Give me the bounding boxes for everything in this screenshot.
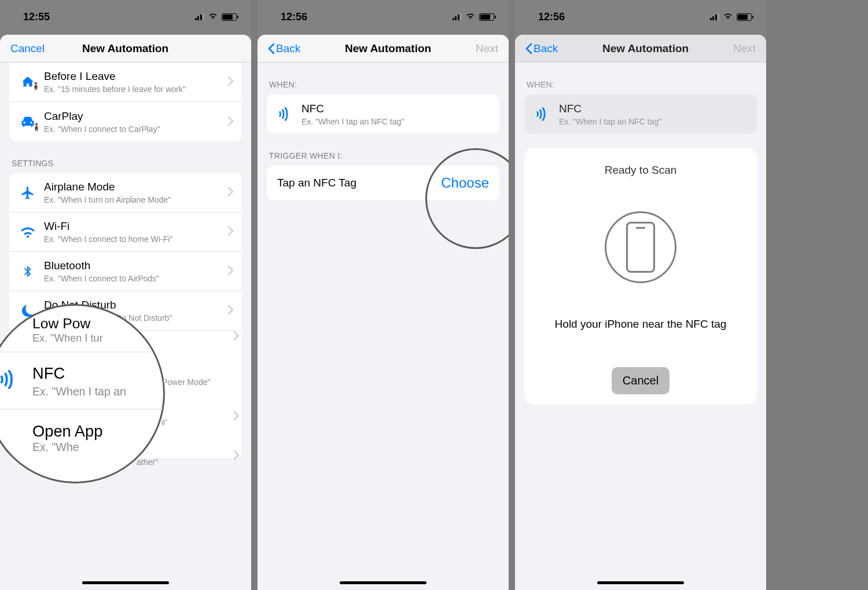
page-title: New Automation — [82, 42, 168, 55]
row-subtitle: Ex. "15 minutes before I leave for work" — [44, 85, 225, 94]
phone-screen-1: 12:55 Cancel New Automation Before I Lea… — [0, 0, 251, 590]
status-time: 12:56 — [281, 11, 307, 23]
row-title: Wi-Fi — [44, 220, 225, 233]
settings-row-do-not-disturb[interactable]: Do Not DisturbEx. "When I turn off Do No… — [9, 291, 242, 331]
status-time: 12:55 — [23, 11, 50, 23]
row-subtitle: Ex. "When I connect to home Wi-Fi" — [44, 234, 225, 244]
trigger-row-before-i-leave[interactable]: Before I Leave Ex. "15 minutes before I … — [9, 63, 242, 102]
signal-icon — [453, 13, 462, 20]
row-title: Before I Leave — [44, 70, 225, 83]
chevron-right-icon — [228, 75, 234, 89]
page-title: New Automation — [345, 42, 431, 55]
cancel-button[interactable]: Cancel — [10, 42, 45, 55]
page-title: New Automation — [602, 42, 689, 55]
home-indicator[interactable] — [340, 581, 426, 584]
scan-title: Ready to Scan — [605, 164, 677, 177]
row-subtitle: Ex. "When I turn on Airplane Mode" — [44, 195, 225, 204]
chevron-right-icon — [234, 450, 240, 462]
wifi-status-icon — [465, 11, 476, 23]
settings-row-bluetooth[interactable]: BluetoothEx. "When I connect to AirPods" — [9, 252, 242, 291]
moon-icon — [17, 304, 38, 318]
scan-message: Hold your iPhone near the NFC tag — [555, 318, 727, 331]
nav-bar: Cancel New Automation — [0, 35, 251, 63]
row-subtitle: Ex. "When I connect to AirPods" — [44, 274, 225, 283]
settings-row-wifi[interactable]: Wi-FiEx. "When I connect to home Wi-Fi" — [9, 212, 242, 252]
battery-icon — [479, 13, 494, 21]
chevron-right-icon — [234, 331, 240, 343]
wifi-status-icon — [723, 11, 733, 23]
airplane-icon — [17, 185, 38, 200]
status-bar: 12:56 — [258, 0, 509, 34]
row-subtitle: Ex. "When I tap an NFC tag" — [559, 117, 749, 126]
car-icon — [17, 113, 38, 130]
bluetooth-icon — [17, 264, 38, 279]
wifi-icon — [17, 225, 38, 240]
when-header: WHEN: — [258, 63, 509, 94]
nfc-scan-sheet: Ready to Scan Hold your iPhone near the … — [524, 148, 757, 405]
when-header: WHEN: — [515, 63, 766, 94]
next-button: Next — [733, 42, 756, 55]
home-leave-icon — [17, 75, 38, 90]
tail-lowpower: Power Mode" — [162, 378, 211, 387]
chevron-right-icon — [234, 411, 240, 423]
status-icons — [710, 11, 752, 23]
wifi-status-icon — [208, 11, 218, 23]
status-bar: 12:56 — [515, 0, 766, 34]
chevron-right-icon — [228, 304, 234, 317]
signal-icon — [195, 13, 205, 20]
nav-bar: Back New Automation Next — [258, 35, 509, 63]
chevron-right-icon — [228, 115, 234, 129]
tail-nfc: g" — [161, 418, 167, 425]
row-title: Do Not Disturb — [44, 299, 225, 312]
tail-openapp: ather" — [137, 457, 158, 467]
status-bar: 12:55 — [0, 0, 251, 34]
tap-nfc-row: Tap an NFC Tag Choose — [267, 166, 499, 200]
back-button[interactable]: Back — [525, 42, 558, 55]
chevron-right-icon — [228, 225, 234, 239]
status-icons — [453, 11, 495, 23]
settings-row-airplane-mode[interactable]: Airplane ModeEx. "When I turn on Airplan… — [9, 173, 242, 212]
row-subtitle: Ex. "When I turn off Do Not Disturb" — [44, 313, 225, 323]
nav-bar: Back New Automation Next — [515, 35, 766, 63]
status-icons — [195, 11, 237, 23]
row-title: Bluetooth — [44, 259, 225, 272]
back-button[interactable]: Back — [268, 42, 300, 55]
battery-icon — [737, 13, 752, 21]
settings-section-header: SETTINGS — [0, 141, 251, 173]
phone-screen-3: 12:56 Back New Automation Next WHEN: NFC… — [515, 0, 766, 590]
phone-screen-2: 12:56 Back New Automation Next WHEN: NFC… — [258, 0, 509, 590]
trigger-row-carplay[interactable]: CarPlay Ex. "When I connect to CarPlay" — [9, 102, 242, 141]
home-indicator[interactable] — [597, 581, 684, 584]
scan-cancel-button[interactable]: Cancel — [612, 367, 670, 394]
phone-scan-icon — [605, 211, 676, 283]
choose-button[interactable]: Choose — [441, 175, 489, 191]
status-time: 12:56 — [538, 11, 565, 23]
nfc-icon — [275, 106, 296, 122]
tap-nfc-label: Tap an NFC Tag — [277, 177, 356, 189]
when-nfc-row: NFC Ex. "When I tap an NFC tag" — [524, 94, 757, 134]
row-title: NFC — [301, 102, 491, 115]
row-title: CarPlay — [44, 110, 225, 123]
trigger-header: TRIGGER WHEN I: — [258, 134, 509, 166]
row-title: NFC — [559, 102, 749, 115]
battery-icon — [222, 13, 237, 21]
when-nfc-row: NFC Ex. "When I tap an NFC tag" — [267, 94, 499, 134]
row-subtitle: Ex. "When I connect to CarPlay" — [44, 124, 225, 134]
chevron-right-icon — [228, 186, 234, 199]
home-indicator[interactable] — [82, 581, 169, 584]
next-button[interactable]: Next — [476, 42, 498, 55]
signal-icon — [710, 13, 720, 20]
nfc-icon — [532, 106, 553, 122]
row-title: Airplane Mode — [44, 181, 225, 193]
chevron-right-icon — [228, 265, 234, 278]
row-subtitle: Ex. "When I tap an NFC tag" — [301, 117, 491, 126]
settings-rows-hidden-by-magnifier — [9, 331, 242, 458]
